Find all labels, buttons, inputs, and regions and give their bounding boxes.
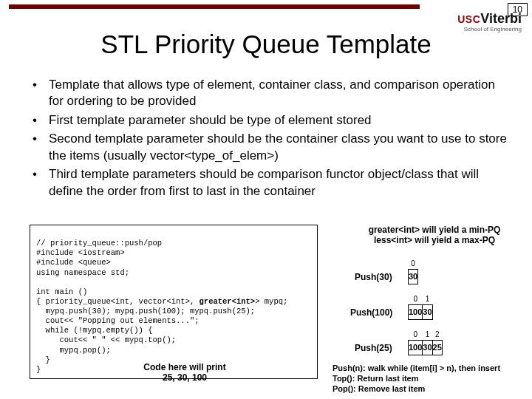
code-line: // priority_queue::push/pop <box>36 239 162 248</box>
footnote-l3: Pop(): Remove last item <box>332 384 425 393</box>
bullet-list: Template that allows type of element, co… <box>33 77 513 202</box>
heap-cell: 30 <box>423 304 432 319</box>
heap-idx: 1 <box>423 294 432 304</box>
bullet-3: Second template parameter should be the … <box>33 131 513 164</box>
push25-label: Push(25) <box>355 343 392 353</box>
heap-cell: 25 <box>432 340 442 355</box>
title-bar <box>9 4 420 9</box>
heap-idx: 1 <box>423 330 432 340</box>
code-line: #include <queue> <box>36 258 111 267</box>
code-line: cout<< "Popping out elements..."; <box>36 316 200 325</box>
code-block: // priority_queue::push/pop #include <io… <box>30 225 318 379</box>
caption-l1: Code here will print <box>143 362 225 372</box>
page-title: STL Priority Queue Template <box>0 30 532 59</box>
code-line: #include <iostream> <box>36 248 125 257</box>
code-line: while (!mypq.empty()) { <box>36 326 153 335</box>
code-line: } <box>36 355 50 364</box>
heap-idx: 2 <box>432 330 442 340</box>
heap-cell: 30 <box>409 269 418 284</box>
heap-idx: 0 <box>409 330 423 340</box>
heap-cell: 100 <box>409 340 423 355</box>
note-l2: less<int> will yield a max-PQ <box>374 235 495 245</box>
code-line: { priority_queue<int, vector<int>, great… <box>36 297 287 306</box>
code-line: } <box>36 365 41 374</box>
heap-idx: 0 <box>409 294 423 304</box>
heap-idx: 0 <box>409 259 418 269</box>
push30-label: Push(30) <box>355 272 392 282</box>
footnote-l1: Push(n): walk while (item[i] > n), then … <box>332 364 500 372</box>
bullet-1: Template that allows type of element, co… <box>33 77 513 110</box>
footnote-l2: Top(): Return last item <box>332 374 419 383</box>
code-caption: Code here will print 25, 30, 100 <box>111 362 259 383</box>
logo-viterbi: Viterbi <box>480 11 522 26</box>
code-line: int main () <box>36 287 87 296</box>
code-line: mypq.push(30); mypq.push(100); mypq.push… <box>36 307 255 316</box>
code-frag-bold: greater<int> <box>200 297 256 306</box>
code-frag: > mypq; <box>255 297 287 306</box>
heap-cell: 100 <box>409 304 423 319</box>
push100-label: Push(100) <box>350 307 392 318</box>
note-l1: greater<int> will yield a min-PQ <box>369 225 501 235</box>
code-line: cout<< " " << mypq.top(); <box>36 335 176 344</box>
bullet-2: First template parameter should be type … <box>33 112 513 129</box>
logo-usc: USC <box>457 13 480 25</box>
caption-l2: 25, 30, 100 <box>163 372 207 383</box>
code-frag: { priority_queue<int, vector<int>, <box>36 297 200 306</box>
heap-cell: 30 <box>423 340 432 355</box>
code-line: mypq.pop(); <box>36 346 111 355</box>
bullet-4: Third template parameters should be comp… <box>33 166 513 200</box>
pq-note: greater<int> will yield a min-PQ less<in… <box>353 225 516 246</box>
footnote: Push(n): walk while (item[i] > n), then … <box>332 364 525 394</box>
code-line: using namespace std; <box>36 268 129 277</box>
